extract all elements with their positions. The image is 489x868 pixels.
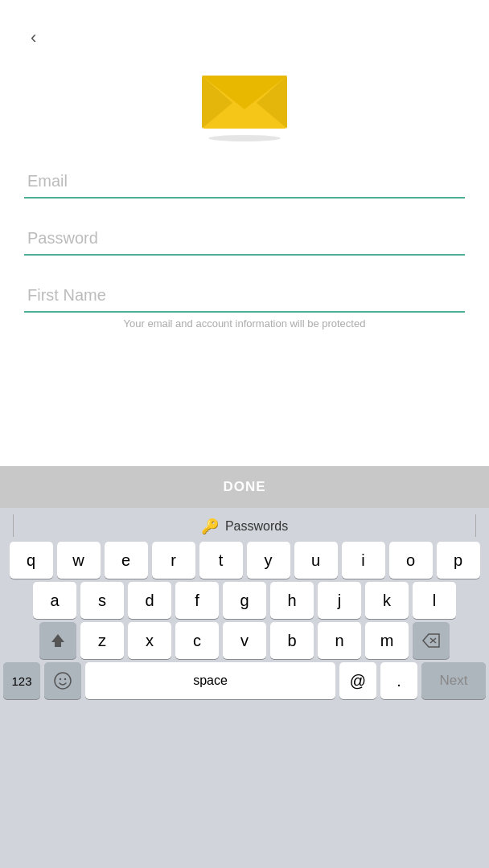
firstname-input-group: Your email and account information will … bbox=[24, 280, 465, 330]
shift-icon bbox=[50, 633, 66, 649]
key-w[interactable]: w bbox=[57, 542, 101, 579]
passwords-label: Passwords bbox=[225, 519, 288, 534]
done-label: DONE bbox=[223, 479, 265, 495]
keyboard-row-2: a s d f g h j k l bbox=[3, 582, 486, 619]
key-f[interactable]: f bbox=[175, 582, 219, 619]
keyboard-toolbar: 🔑 Passwords bbox=[3, 513, 486, 538]
shift-key[interactable] bbox=[39, 622, 76, 659]
period-key[interactable]: . bbox=[380, 662, 417, 699]
protection-text: Your email and account information will … bbox=[24, 317, 465, 330]
key-i[interactable]: i bbox=[342, 542, 385, 579]
key-e[interactable]: e bbox=[105, 542, 148, 579]
svg-marker-4 bbox=[51, 634, 64, 647]
key-t[interactable]: t bbox=[199, 542, 243, 579]
key-x[interactable]: x bbox=[128, 622, 171, 659]
form-area: ‹ Your email and account information wil… bbox=[0, 0, 489, 466]
keyboard-row-1: q w e r t y u i o p bbox=[3, 542, 486, 579]
key-l[interactable]: l bbox=[413, 582, 456, 619]
key-p[interactable]: p bbox=[437, 542, 480, 579]
password-input[interactable] bbox=[24, 223, 465, 256]
key-icon: 🔑 bbox=[201, 518, 219, 535]
key-c[interactable]: c bbox=[175, 622, 219, 659]
back-button[interactable]: ‹ bbox=[24, 24, 43, 51]
emoji-key[interactable] bbox=[44, 662, 81, 699]
num-key[interactable]: 123 bbox=[3, 662, 40, 699]
next-key[interactable]: Next bbox=[421, 662, 486, 699]
password-input-group bbox=[24, 223, 465, 256]
backspace-icon bbox=[422, 633, 440, 648]
svg-point-9 bbox=[64, 678, 66, 680]
emoji-icon bbox=[53, 671, 72, 690]
email-icon-wrapper bbox=[200, 68, 289, 141]
key-a[interactable]: a bbox=[33, 582, 76, 619]
key-j[interactable]: j bbox=[318, 582, 361, 619]
key-n[interactable]: n bbox=[318, 622, 361, 659]
at-key[interactable]: @ bbox=[339, 662, 376, 699]
backspace-key[interactable] bbox=[413, 622, 450, 659]
key-b[interactable]: b bbox=[270, 622, 314, 659]
keyboard-row-3: z x c v b n m bbox=[3, 622, 486, 659]
email-icon-shadow bbox=[208, 135, 281, 141]
keyboard-bottom-row: 123 space @ . Next bbox=[3, 662, 486, 706]
key-y[interactable]: y bbox=[247, 542, 290, 579]
passwords-button[interactable]: 🔑 Passwords bbox=[201, 518, 288, 535]
key-h[interactable]: h bbox=[270, 582, 314, 619]
firstname-input[interactable] bbox=[24, 280, 465, 313]
email-input[interactable] bbox=[24, 166, 465, 199]
key-z[interactable]: z bbox=[80, 622, 124, 659]
key-k[interactable]: k bbox=[365, 582, 409, 619]
key-v[interactable]: v bbox=[223, 622, 266, 659]
svg-point-8 bbox=[60, 678, 61, 680]
key-u[interactable]: u bbox=[294, 542, 338, 579]
key-o[interactable]: o bbox=[389, 542, 433, 579]
svg-point-7 bbox=[55, 673, 71, 689]
email-icon bbox=[200, 68, 289, 132]
key-s[interactable]: s bbox=[80, 582, 124, 619]
done-bar[interactable]: DONE bbox=[0, 466, 489, 508]
key-d[interactable]: d bbox=[128, 582, 171, 619]
key-q[interactable]: q bbox=[10, 542, 53, 579]
space-key[interactable]: space bbox=[85, 662, 335, 699]
keyboard: 🔑 Passwords q w e r t y u i o p a s d f … bbox=[0, 508, 489, 868]
key-r[interactable]: r bbox=[152, 542, 195, 579]
key-g[interactable]: g bbox=[223, 582, 266, 619]
email-input-group bbox=[24, 166, 465, 199]
key-m[interactable]: m bbox=[365, 622, 409, 659]
